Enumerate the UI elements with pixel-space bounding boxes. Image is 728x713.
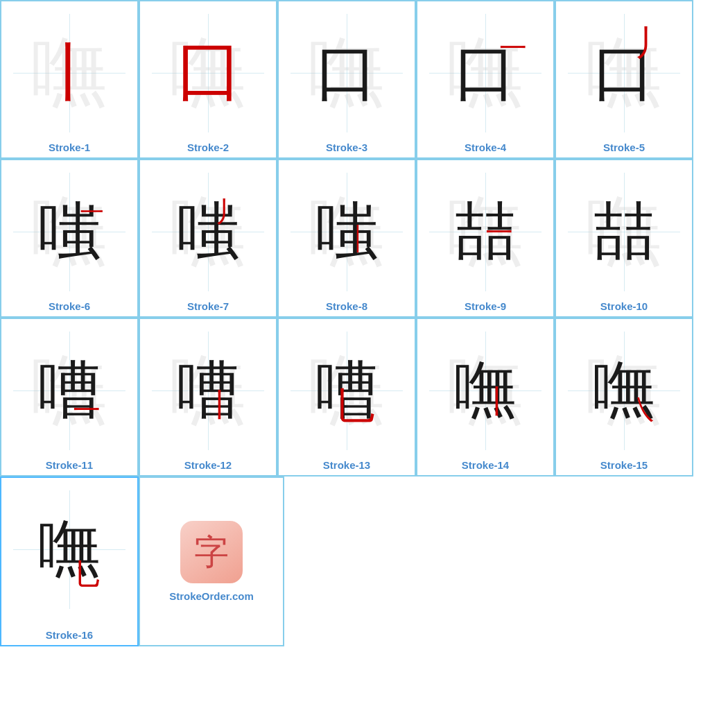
stroke-cell-1: 嘸 丨 Stroke-1: [0, 0, 139, 159]
stroke-cell-13: 嘸 嘈 乚 Stroke-13: [277, 318, 416, 476]
stroke-row-2: 嘸 嗤 一 Stroke-6 嘸 嗤 丿 Stroke-7: [0, 159, 728, 318]
stroke-label-14: Stroke-14: [462, 459, 509, 471]
stroke-cell-16: 嘸 ㇟ Stroke-16: [0, 476, 139, 646]
stroke-cell-9: 嘸 喆 一 Stroke-9: [416, 159, 555, 318]
website-cell[interactable]: 字 StrokeOrder.com: [139, 476, 284, 646]
stroke-cell-3: 嘸 口 Stroke-3: [277, 0, 416, 159]
char-display-13: 嘈 乚: [315, 348, 378, 433]
stroke-label-15: Stroke-15: [600, 459, 648, 471]
stroke-row-4: 嘸 ㇟ Stroke-16 字 StrokeOrder.com: [0, 476, 728, 646]
char-display-11: 嘈 一: [38, 348, 101, 433]
char-display-9: 喆 一: [454, 189, 517, 274]
char-display-5: 口 丿: [593, 31, 655, 115]
stroke-image-3: 嘸 口: [284, 7, 409, 139]
char-display-8: 嗤 ｜: [315, 189, 378, 274]
stroke-label-11: Stroke-11: [46, 459, 93, 471]
stroke-image-1: 嘸 丨: [7, 7, 132, 139]
stroke-image-8: 嘸 嗤 ｜: [284, 166, 409, 298]
stroke-row-1: 嘸 丨 Stroke-1 嘸 囗 Stroke-2 嘸 口 Stroke-3: [0, 0, 728, 159]
char-display-6: 嗤 一: [38, 189, 101, 274]
stroke-image-5: 嘸 口 丿: [562, 7, 686, 139]
stroke-cell-15: 嘸 嘸 ㇏ Stroke-15: [555, 318, 693, 476]
website-icon-char: 字: [194, 529, 229, 576]
stroke-label-2: Stroke-2: [187, 141, 229, 153]
stroke-image-11: 嘸 嘈 一: [7, 325, 132, 456]
stroke-image-13: 嘸 嘈 乚: [284, 325, 409, 456]
stroke-cell-6: 嘸 嗤 一 Stroke-6: [0, 159, 139, 318]
stroke-label-10: Stroke-10: [600, 300, 648, 312]
stroke-image-14: 嘸 嘸 丨: [423, 325, 548, 456]
stroke-label-12: Stroke-12: [184, 459, 232, 471]
stroke-cell-14: 嘸 嘸 丨 Stroke-14: [416, 318, 555, 476]
char-display-1: 丨: [38, 31, 101, 115]
stroke-cell-7: 嘸 嗤 丿 Stroke-7: [139, 159, 277, 318]
stroke-label-5: Stroke-5: [603, 141, 645, 153]
stroke-label-3: Stroke-3: [326, 141, 367, 153]
website-label[interactable]: StrokeOrder.com: [169, 590, 254, 602]
stroke-image-12: 嘸 嘈 丨: [146, 325, 270, 456]
stroke-image-6: 嘸 嗤 一: [7, 166, 132, 298]
stroke-cell-2: 嘸 囗 Stroke-2: [139, 0, 277, 159]
stroke-image-10: 嘸 喆: [562, 166, 686, 298]
char-display-4: 口一: [454, 42, 517, 104]
stroke-cell-11: 嘸 嘈 一 Stroke-11: [0, 318, 139, 476]
char-display-7: 嗤 丿: [177, 189, 239, 274]
stroke-image-15: 嘸 嘸 ㇏: [562, 325, 686, 456]
stroke-image-7: 嘸 嗤 丿: [146, 166, 270, 298]
stroke-cell-10: 嘸 喆 Stroke-10: [555, 159, 693, 318]
stroke-cell-4: 嘸 口一 Stroke-4: [416, 0, 555, 159]
char-display-14: 嘸 丨: [454, 348, 517, 433]
page-container: 嘸 丨 Stroke-1 嘸 囗 Stroke-2 嘸 口 Stroke-3: [0, 0, 728, 713]
stroke-cell-5: 嘸 口 丿 Stroke-5: [555, 0, 693, 159]
char-display-12: 嘈 丨: [177, 348, 239, 433]
stroke-cell-8: 嘸 嗤 ｜ Stroke-8: [277, 159, 416, 318]
char-display-16: 嘸 ㇟: [38, 507, 101, 592]
char-display-10: 喆: [593, 189, 655, 274]
stroke-label-1: Stroke-1: [49, 141, 90, 153]
stroke-cell-12: 嘸 嘈 丨 Stroke-12: [139, 318, 277, 476]
stroke-label-16: Stroke-16: [46, 629, 93, 641]
stroke-label-6: Stroke-6: [49, 300, 90, 312]
char-display-15: 嘸 ㇏: [593, 348, 655, 433]
stroke-label-13: Stroke-13: [323, 459, 370, 471]
stroke-label-8: Stroke-8: [326, 300, 367, 312]
stroke-row-3: 嘸 嘈 一 Stroke-11 嘸 嘈 丨 Stroke-12: [0, 318, 728, 476]
stroke-image-2: 嘸 囗: [146, 7, 270, 139]
stroke-image-16: 嘸 ㇟: [7, 483, 132, 615]
char-display-2: 囗: [177, 31, 239, 115]
stroke-label-7: Stroke-7: [187, 300, 229, 312]
stroke-image-4: 嘸 口一: [423, 7, 548, 139]
stroke-image-9: 嘸 喆 一: [423, 166, 548, 298]
stroke-label-4: Stroke-4: [465, 141, 506, 153]
char-display-3: 口: [315, 31, 378, 115]
website-icon: 字: [180, 521, 243, 583]
stroke-label-9: Stroke-9: [465, 300, 506, 312]
